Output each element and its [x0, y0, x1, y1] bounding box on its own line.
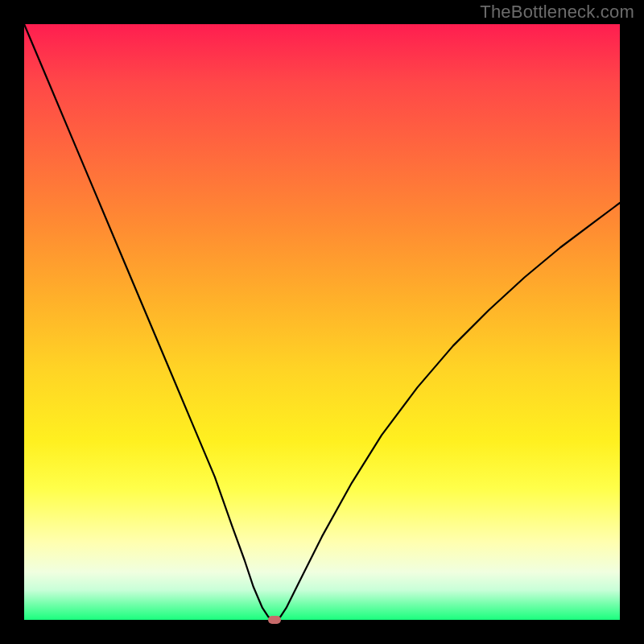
plot-area: [24, 24, 620, 620]
watermark-text: TheBottleneck.com: [480, 2, 634, 23]
bottleneck-curve: [24, 24, 620, 620]
chart-frame: TheBottleneck.com: [0, 0, 644, 644]
minimum-marker: [268, 616, 281, 624]
